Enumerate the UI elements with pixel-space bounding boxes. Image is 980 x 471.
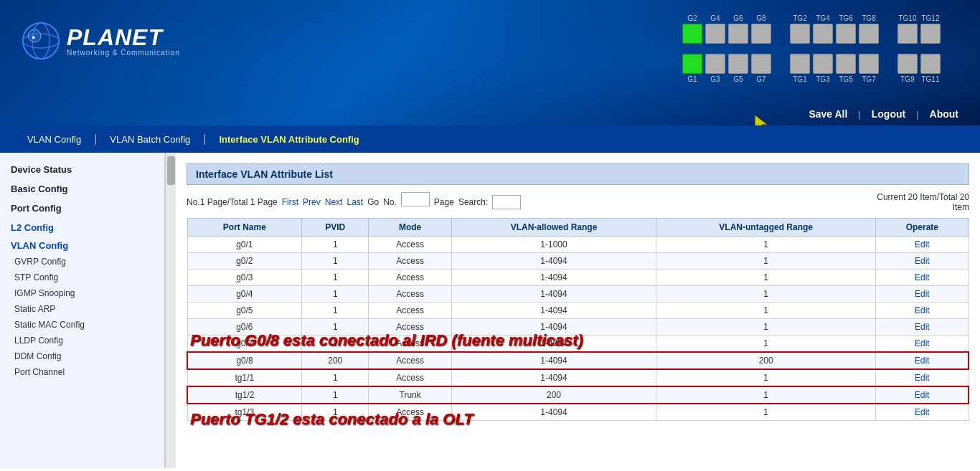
port-label-G4: G4 [710,14,720,22]
port-G5[interactable] [728,54,748,74]
port-label-G7: G7 [756,75,765,83]
table-row: g0/31Access1-40941Edit [187,270,969,286]
edit-link[interactable]: Edit [915,338,930,348]
port-label-G2: G2 [687,14,697,22]
table-cell: tg1/3 [187,404,302,421]
page-number-input[interactable] [401,192,430,206]
save-all-link[interactable]: Save All [809,108,847,120]
port-TG10[interactable] [897,24,918,44]
table-cell: Access [369,286,451,303]
sidebar-item-vlan-config[interactable]: VLAN Config [0,237,164,254]
table-cell: 1-4094 [451,253,656,270]
first-page-btn[interactable]: First [282,197,298,207]
table-cell: 1 [302,286,369,303]
port-TG1[interactable] [790,54,810,74]
port-G2[interactable] [682,24,702,44]
table-cell: Access [369,404,451,421]
logout-link[interactable]: Logout [872,108,905,120]
sidebar-item-stp-config[interactable]: STP Config [0,270,164,285]
table-cell: 1 [302,253,369,270]
sidebar-scrollbar[interactable] [165,153,176,468]
table-cell: 1 [302,270,369,286]
main-layout: Device Status Basic Config Port Config L… [0,153,980,468]
table-cell: tg1/2 [187,386,302,404]
port-TG7[interactable] [859,54,879,74]
sidebar-item-port-config[interactable]: Port Config [0,199,164,218]
sidebar-item-static-arp[interactable]: Static ARP [0,301,164,317]
scrollbar-thumb[interactable] [167,156,175,185]
last-page-btn[interactable]: Last [347,197,363,207]
edit-link[interactable]: Edit [915,322,930,332]
col-vlan-allowed: VLAN-allowed Range [451,219,656,237]
prev-page-btn[interactable]: Prev [303,197,321,207]
nav-vlan-batch-config[interactable]: VLAN Batch Config [97,128,203,151]
port-TG8[interactable] [859,24,879,44]
port-TG11[interactable] [920,54,941,74]
nav-interface-vlan-config[interactable]: Interface VLAN Attribute Config [206,128,372,151]
edit-cell: Edit [876,319,969,336]
port-TG5[interactable] [836,54,856,74]
port-G7[interactable] [751,54,771,74]
col-mode: Mode [369,219,451,237]
sidebar-item-static-mac-config[interactable]: Static MAC Config [0,317,164,333]
next-page-btn[interactable]: Next [325,197,343,207]
edit-cell: Edit [876,270,969,286]
sidebar-item-gvrp-config[interactable]: GVRP Config [0,254,164,270]
nav-vlan-config[interactable]: VLAN Config [14,128,94,151]
port-label-TG3: TG3 [816,75,829,83]
table-row: g0/71Access1-40941Edit [187,336,969,353]
sidebar-item-lldp-config[interactable]: LLDP Config [0,333,164,348]
port-TG2[interactable] [790,24,810,44]
port-G4[interactable] [705,24,725,44]
port-G8[interactable] [751,24,771,44]
port-label-TG12: TG12 [921,14,939,22]
go-label: Go [367,197,379,207]
port-label-G8: G8 [756,14,765,22]
edit-link[interactable]: Edit [915,305,930,315]
port-label-TG1: TG1 [793,75,806,83]
table-row: tg1/31Access1-40941Edit [187,404,969,421]
edit-link[interactable]: Edit [915,407,930,417]
edit-link[interactable]: Edit [915,289,930,299]
port-TG9[interactable] [897,54,918,74]
sidebar-item-device-status[interactable]: Device Status [0,160,164,179]
search-input[interactable] [492,195,521,209]
edit-link[interactable]: Edit [915,256,930,266]
edit-cell: Edit [876,404,969,421]
vlan-attribute-table: Port Name PVID Mode VLAN-allowed Range V… [187,218,969,421]
table-cell: Access [369,336,451,353]
port-G3[interactable] [705,54,725,74]
edit-link[interactable]: Edit [915,390,930,400]
edit-link[interactable]: Edit [915,373,930,383]
table-cell: Access [369,303,451,319]
port-TG3[interactable] [813,54,833,74]
table-cell: 1 [656,237,876,253]
col-vlan-untagged: VLAN-untagged Range [656,219,876,237]
port-TG6[interactable] [836,24,856,44]
port-G6[interactable] [728,24,748,44]
sidebar-item-l2-config[interactable]: L2 Config [0,218,164,237]
table-cell: 1-4094 [451,352,656,369]
page-label: Page [434,197,454,207]
table-cell: 1-4094 [451,404,656,421]
about-link[interactable]: About [930,108,958,120]
port-TG4[interactable] [813,24,833,44]
table-cell: 1-4094 [451,303,656,319]
port-label-TG6: TG6 [839,14,852,22]
table-cell: 200 [451,386,656,404]
table-cell: 1 [656,386,876,404]
edit-link[interactable]: Edit [915,356,930,366]
edit-link[interactable]: Edit [915,239,930,249]
sidebar-item-ddm-config[interactable]: DDM Config [0,348,164,364]
sidebar-item-igmp-snooping[interactable]: IGMP Snooping [0,285,164,301]
table-row: g0/11Access1-10001Edit [187,237,969,253]
pagination-info: No.1 Page/Total 1 Page [187,197,278,207]
port-TG12[interactable] [920,24,941,44]
edit-link[interactable]: Edit [915,272,930,282]
table-cell: 1 [302,386,369,404]
sidebar-item-port-channel[interactable]: Port Channel [0,364,164,380]
no-label: No. [383,197,397,207]
port-G1[interactable] [682,54,702,74]
table-row: g0/21Access1-40941Edit [187,253,969,270]
sidebar-item-basic-config[interactable]: Basic Config [0,179,164,199]
